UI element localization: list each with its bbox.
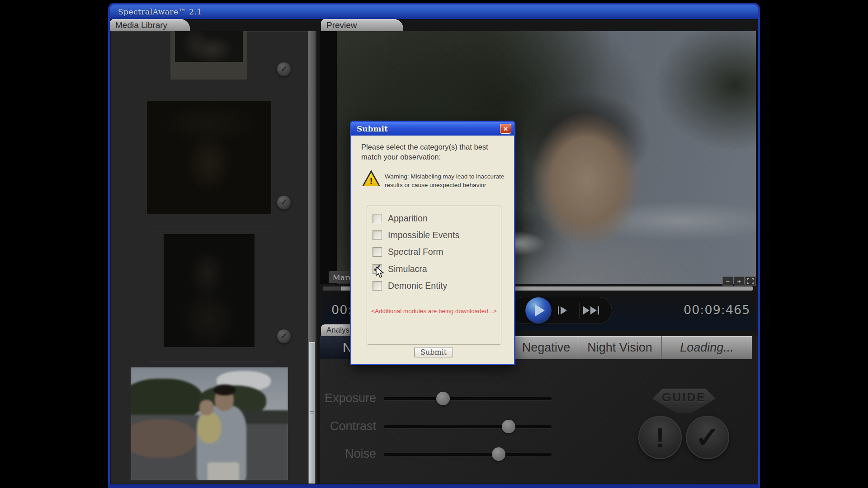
thumbnail-3-check-button[interactable]: ✓ — [277, 329, 291, 343]
step-forward-icon — [558, 306, 559, 314]
divider — [149, 92, 276, 92]
checkbox-row-apparition[interactable]: Apparition — [367, 213, 501, 225]
close-icon: ✕ — [503, 126, 508, 132]
confirm-button[interactable]: ✓ — [686, 416, 729, 459]
exclamation-icon: ! — [656, 422, 665, 454]
checkbox-impossible-events[interactable] — [373, 230, 382, 240]
filter-tab-loading[interactable]: Loading... — [661, 336, 752, 359]
plus-icon: + — [737, 277, 741, 285]
dialog-prompt: Please select the category(s) that best … — [361, 142, 506, 162]
submit-dialog: Submit ✕ Please select the category(s) t… — [350, 121, 515, 365]
divider — [149, 361, 276, 362]
grip-icon — [310, 411, 314, 412]
contrast-slider[interactable] — [384, 425, 552, 428]
thumbnail-4[interactable] — [131, 367, 288, 480]
check-icon: ✓ — [280, 64, 287, 74]
checkbox-row-impossible-events[interactable]: Impossible Events — [367, 230, 501, 242]
divider — [579, 302, 580, 319]
noise-label: Noise — [289, 447, 376, 461]
thumbnail-1-check-button[interactable]: ✓ — [277, 62, 291, 76]
exposure-label: Exposure — [289, 391, 376, 405]
noise-slider-knob[interactable] — [492, 447, 505, 461]
thumbnail-3[interactable] — [164, 234, 255, 347]
play-icon — [535, 305, 545, 316]
screenshot-stage: SpectralAware™ 2.1 Media Library Preview… — [0, 0, 868, 488]
check-icon: ✓ — [280, 197, 287, 207]
fullscreen-icon — [747, 278, 754, 284]
category-groupbox: Apparition Impossible Events Spectral Fo… — [367, 206, 501, 345]
tab-preview-label: Preview — [326, 20, 357, 30]
skip-to-end-button[interactable] — [583, 306, 599, 314]
app-title: SpectralAware™ 2.1 — [110, 7, 202, 16]
dialog-title-bar[interactable]: Submit — [351, 122, 514, 136]
filter-tab-negative[interactable]: Negative — [514, 336, 578, 359]
contrast-label: Contrast — [289, 419, 376, 433]
guide-label: GUIDE — [662, 390, 706, 404]
thumbnail-2-check-button[interactable]: ✓ — [277, 195, 291, 210]
noise-slider[interactable] — [384, 453, 552, 456]
dialog-title: Submit — [351, 124, 388, 133]
checkbox-spectral-form[interactable] — [373, 247, 382, 257]
tab-media-library-label: Media Library — [115, 20, 167, 30]
dialog-body: Please select the category(s) that best … — [351, 136, 514, 364]
zoom-out-button[interactable]: − — [722, 277, 733, 286]
checkbox-apparition[interactable] — [373, 214, 382, 223]
skip-to-end-icon — [583, 306, 590, 314]
check-icon: ✓ — [695, 421, 720, 454]
checkbox-row-spectral-form[interactable]: Spectral Form — [367, 247, 501, 258]
dialog-close-button[interactable]: ✕ — [500, 124, 511, 134]
filter-tab-night-vision[interactable]: Night Vision — [578, 336, 661, 359]
minus-icon: − — [726, 277, 730, 285]
mouse-cursor — [375, 266, 386, 278]
scrollbar-thumb[interactable] — [309, 342, 315, 483]
play-button[interactable] — [525, 297, 552, 324]
checkbox-demonic-entity[interactable] — [373, 281, 382, 291]
fullscreen-button[interactable] — [745, 277, 756, 286]
thumbnail-2[interactable] — [147, 101, 271, 214]
tab-media-library[interactable]: Media Library — [110, 19, 190, 31]
download-status-message: <Additional modules are being downloaded… — [367, 308, 501, 314]
grip-icon — [310, 413, 314, 413]
check-icon: ✓ — [280, 331, 287, 341]
contrast-slider-knob[interactable] — [502, 420, 515, 433]
step-forward-button[interactable] — [558, 306, 567, 314]
thumbnail-4-photo — [131, 367, 288, 480]
grip-icon — [310, 415, 314, 415]
exposure-slider-knob[interactable] — [436, 392, 450, 405]
dialog-warning-text: Warning: Mislabeling may lead to inaccur… — [385, 173, 517, 190]
thumbnail-1-photo — [175, 31, 243, 62]
checkbox-row-demonic-entity[interactable]: Demonic Entity — [367, 281, 501, 292]
alert-button[interactable]: ! — [638, 416, 682, 459]
submit-button[interactable]: Submit — [414, 347, 453, 357]
tab-preview[interactable]: Preview — [321, 19, 403, 31]
zoom-in-button[interactable]: + — [734, 277, 745, 286]
warning-icon: ! — [362, 170, 380, 186]
time-total: 00:09:465 — [684, 303, 750, 317]
title-bar[interactable]: SpectralAware™ 2.1 — [110, 5, 758, 19]
exposure-slider[interactable] — [384, 397, 552, 400]
checkbox-row-simulacra[interactable]: ✓ Simulacra — [367, 264, 501, 276]
tab-analysis-label: Analys — [326, 326, 349, 335]
seek-elapsed — [323, 286, 341, 291]
divider — [149, 226, 276, 226]
thumbnail-1[interactable] — [170, 31, 247, 80]
